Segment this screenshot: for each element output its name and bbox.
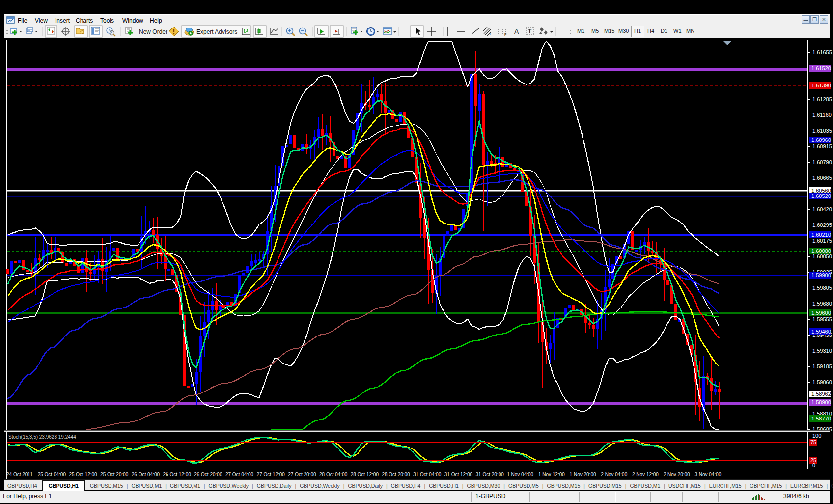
svg-text:1.59460: 1.59460 bbox=[811, 329, 831, 335]
svg-text:1.60665: 1.60665 bbox=[812, 175, 832, 181]
svg-text:27 Oct 20:00: 27 Oct 20:00 bbox=[288, 472, 316, 477]
svg-text:1.61285: 1.61285 bbox=[812, 96, 832, 102]
svg-text:T: T bbox=[528, 28, 532, 35]
svg-text:31 Oct 04:00: 31 Oct 04:00 bbox=[413, 472, 442, 477]
svg-text:1.58770: 1.58770 bbox=[811, 416, 831, 421]
svg-text:27 Oct 12:00: 27 Oct 12:00 bbox=[257, 472, 285, 477]
svg-text:1.61035: 1.61035 bbox=[812, 128, 832, 134]
svg-text:31 Oct 12:00: 31 Oct 12:00 bbox=[444, 472, 473, 477]
svg-text:1 Nov 04:00: 1 Nov 04:00 bbox=[507, 472, 533, 477]
svg-text:1 Nov 12:00: 1 Nov 12:00 bbox=[538, 472, 565, 477]
svg-text:1.59680: 1.59680 bbox=[812, 301, 832, 307]
svg-text:1.60915: 1.60915 bbox=[812, 143, 832, 149]
svg-text:1.58900: 1.58900 bbox=[811, 399, 831, 405]
svg-text:1.60790: 1.60790 bbox=[812, 159, 832, 165]
svg-text:1.59555: 1.59555 bbox=[812, 316, 832, 322]
svg-text:1.59805: 1.59805 bbox=[812, 285, 832, 291]
svg-text:2 Nov 20:00: 2 Nov 20:00 bbox=[664, 472, 690, 477]
svg-text:25 Oct 20:00: 25 Oct 20:00 bbox=[100, 472, 129, 477]
svg-text:1.61160: 1.61160 bbox=[812, 112, 832, 118]
svg-text:1.60175: 1.60175 bbox=[812, 238, 832, 244]
svg-text:26 Oct 04:00: 26 Oct 04:00 bbox=[132, 472, 160, 477]
svg-text:1.59600: 1.59600 bbox=[811, 310, 831, 316]
svg-text:0: 0 bbox=[812, 462, 815, 468]
svg-text:28 Oct 20:00: 28 Oct 20:00 bbox=[382, 472, 410, 477]
svg-text:A: A bbox=[514, 28, 519, 35]
svg-text:1.60080: 1.60080 bbox=[811, 248, 831, 254]
svg-text:1.60420: 1.60420 bbox=[812, 206, 832, 212]
svg-text:1.60960: 1.60960 bbox=[811, 137, 831, 143]
svg-text:1.60520: 1.60520 bbox=[811, 193, 831, 199]
svg-text:1.59185: 1.59185 bbox=[812, 364, 832, 369]
svg-text:1.61390: 1.61390 bbox=[811, 83, 831, 88]
svg-text:1.61655: 1.61655 bbox=[812, 49, 832, 55]
svg-text:1.59060: 1.59060 bbox=[812, 379, 832, 385]
svg-text:24 Oct 2011: 24 Oct 2011 bbox=[6, 472, 33, 477]
svg-text:Stoch(15,3,5) 23.9628 19.2444: Stoch(15,3,5) 23.9628 19.2444 bbox=[8, 434, 76, 440]
svg-text:27 Oct 04:00: 27 Oct 04:00 bbox=[225, 472, 254, 477]
svg-text:1.60210: 1.60210 bbox=[811, 232, 831, 238]
svg-text:F: F bbox=[504, 33, 506, 36]
svg-text:1.61520: 1.61520 bbox=[811, 65, 831, 71]
svg-text:E: E bbox=[490, 32, 492, 36]
svg-text:75: 75 bbox=[810, 439, 816, 445]
svg-text:25 Oct 04:00: 25 Oct 04:00 bbox=[38, 472, 66, 477]
svg-text:28 Oct 12:00: 28 Oct 12:00 bbox=[351, 472, 379, 477]
svg-text:28 Oct 04:00: 28 Oct 04:00 bbox=[319, 472, 348, 477]
svg-text:2 Nov 12:00: 2 Nov 12:00 bbox=[632, 472, 659, 477]
svg-text:31 Oct 20:00: 31 Oct 20:00 bbox=[476, 472, 504, 477]
svg-text:1.58962: 1.58962 bbox=[811, 391, 831, 397]
svg-text:26 Oct 12:00: 26 Oct 12:00 bbox=[163, 472, 192, 477]
svg-text:100: 100 bbox=[812, 433, 821, 439]
svg-text:25 Oct 12:00: 25 Oct 12:00 bbox=[69, 472, 97, 477]
svg-text:2 Nov 04:00: 2 Nov 04:00 bbox=[601, 472, 627, 477]
svg-text:1.60295: 1.60295 bbox=[812, 222, 832, 228]
svg-text:1 Nov 20:00: 1 Nov 20:00 bbox=[570, 472, 596, 477]
svg-text:1.59900: 1.59900 bbox=[811, 272, 831, 278]
svg-text:1.59310: 1.59310 bbox=[812, 348, 832, 354]
svg-text:26 Oct 20:00: 26 Oct 20:00 bbox=[194, 472, 222, 477]
svg-text:3 Nov 04:00: 3 Nov 04:00 bbox=[694, 472, 721, 477]
